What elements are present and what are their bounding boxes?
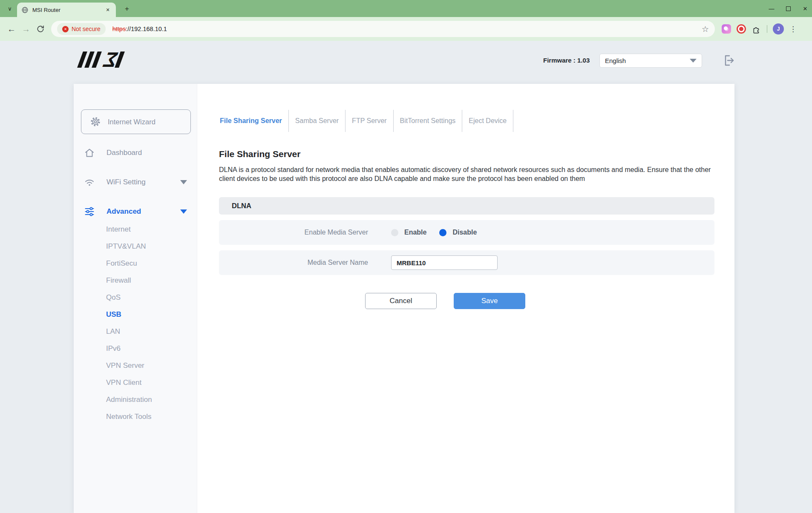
home-icon [84, 147, 95, 158]
radio-enable[interactable]: Enable [391, 229, 426, 236]
field-label: Enable Media Server [219, 229, 368, 236]
sidebar-item-label: Advanced [107, 207, 141, 216]
msi-logo: Σ [80, 50, 144, 69]
url-scheme: https [112, 26, 126, 32]
sidebar-subitem-ipv6[interactable]: IPv6 [74, 340, 197, 357]
firmware-version: Firmware : 1.03 [543, 57, 590, 64]
sidebar-item-label: Internet Wizard [108, 118, 155, 126]
page-description: DLNA is a protocol standard for network … [219, 165, 711, 183]
back-icon[interactable]: ← [4, 24, 19, 34]
globe-favicon [21, 6, 29, 14]
main-card: Internet Wizard Dashboard [74, 84, 734, 513]
sidebar-item-label: Dashboard [107, 149, 142, 157]
not-secure-chip[interactable]: ✕ Not secure [57, 23, 106, 35]
advanced-submenu: Internet IPTV&VLAN FortiSecu Firewall Qo… [74, 221, 197, 425]
new-tab-button[interactable]: + [122, 4, 132, 14]
sidebar-item-internet-wizard[interactable]: Internet Wizard [81, 109, 191, 134]
radio-label: Enable [404, 229, 426, 236]
sliders-icon [84, 206, 95, 217]
language-dropdown[interactable]: English [599, 54, 702, 68]
section-title: DLNA [232, 202, 251, 210]
not-secure-label: Not secure [72, 26, 101, 32]
sidebar-subitem-lan[interactable]: LAN [74, 323, 197, 340]
enable-media-server-row: Enable Media Server Enable Disable [219, 220, 714, 245]
radio-label: Disable [452, 229, 477, 236]
media-server-radio-group: Enable Disable [391, 229, 477, 236]
cancel-button[interactable]: Cancel [365, 293, 437, 309]
tab-eject-device[interactable]: Eject Device [462, 110, 513, 132]
tab-bittorrent-settings[interactable]: BitTorrent Settings [394, 110, 463, 132]
toolbar-separator [767, 25, 767, 33]
sidebar-subitem-vpn-client[interactable]: VPN Client [74, 374, 197, 391]
field-label: Media Server Name [219, 259, 368, 267]
window-minimize-button[interactable]: — [768, 6, 775, 12]
page-title: File Sharing Server [219, 149, 714, 159]
extension-record-icon[interactable] [737, 24, 746, 34]
logout-icon[interactable] [722, 53, 736, 68]
radio-button-icon[interactable] [391, 229, 398, 236]
browser-tab[interactable]: MSI Router ✕ [17, 3, 116, 17]
url-bar[interactable]: ✕ Not secure https://192.168.10.1 ☆ [51, 21, 715, 37]
refresh-icon[interactable] [33, 25, 48, 33]
save-button[interactable]: Save [454, 293, 525, 309]
extensions-puzzle-icon[interactable] [752, 24, 761, 34]
router-page: Σ Firmware : 1.03 English [0, 41, 812, 513]
tab-title: MSI Router [32, 7, 104, 13]
tab-close-icon[interactable]: ✕ [104, 6, 112, 14]
section-header-dlna: DLNA [219, 197, 714, 215]
url-text[interactable]: https://192.168.10.1 [112, 26, 167, 32]
radio-button-icon[interactable] [439, 229, 446, 236]
browser-titlebar: ∨ MSI Router ✕ + — ✕ [0, 0, 812, 17]
wifi-icon [84, 177, 95, 188]
sidebar-subitem-vpn-server[interactable]: VPN Server [74, 357, 197, 374]
tab-bar: File Sharing Server Samba Server FTP Ser… [219, 110, 714, 132]
sidebar-subitem-network-tools[interactable]: Network Tools [74, 408, 197, 425]
sidebar-item-label: WiFi Setting [107, 178, 146, 186]
window-close-button[interactable]: ✕ [802, 6, 809, 12]
sidebar-subitem-firewall[interactable]: Firewall [74, 272, 197, 289]
window-maximize-button[interactable] [786, 6, 791, 11]
tab-samba-server[interactable]: Samba Server [289, 110, 346, 132]
chevron-down-icon [690, 59, 697, 63]
chevron-down-icon [180, 209, 187, 214]
chevron-down-icon [180, 180, 187, 184]
sidebar-item-advanced[interactable]: Advanced [74, 202, 197, 221]
tab-search-chevron-icon[interactable]: ∨ [4, 3, 15, 14]
tab-ftp-server[interactable]: FTP Server [346, 110, 394, 132]
sidebar-subitem-fortisecu[interactable]: FortiSecu [74, 255, 197, 272]
content-area: File Sharing Server Samba Server FTP Ser… [219, 84, 714, 309]
action-buttons: Cancel Save [365, 293, 714, 309]
profile-avatar[interactable]: J [773, 23, 784, 34]
url-rest: ://192.168.10.1 [126, 26, 167, 32]
sidebar-subitem-qos[interactable]: QoS [74, 289, 197, 306]
radio-disable[interactable]: Disable [439, 229, 477, 236]
media-server-name-row: Media Server Name [219, 250, 714, 275]
sidebar-subitem-administration[interactable]: Administration [74, 391, 197, 408]
media-server-name-input[interactable] [391, 255, 498, 270]
sidebar-item-wifi-setting[interactable]: WiFi Setting [74, 173, 197, 192]
bookmark-star-icon[interactable]: ☆ [702, 24, 709, 34]
sidebar-subitem-iptv-vlan[interactable]: IPTV&VLAN [74, 238, 197, 255]
sidebar-item-dashboard[interactable]: Dashboard [74, 143, 197, 162]
gear-icon [90, 116, 101, 127]
not-secure-icon: ✕ [62, 26, 69, 32]
forward-icon[interactable]: → [19, 24, 33, 34]
browser-menu-icon[interactable]: ⋮ [789, 25, 797, 34]
sidebar-subitem-usb[interactable]: USB [74, 306, 197, 323]
language-selected: English [605, 57, 690, 64]
browser-toolbar: ← → ✕ Not secure https://192.168.10.1 ☆ … [0, 17, 812, 41]
tab-file-sharing-server[interactable]: File Sharing Server [219, 110, 289, 132]
extension-pink-icon[interactable] [722, 24, 731, 34]
sidebar: Internet Wizard Dashboard [74, 84, 197, 513]
sidebar-subitem-internet[interactable]: Internet [74, 221, 197, 238]
